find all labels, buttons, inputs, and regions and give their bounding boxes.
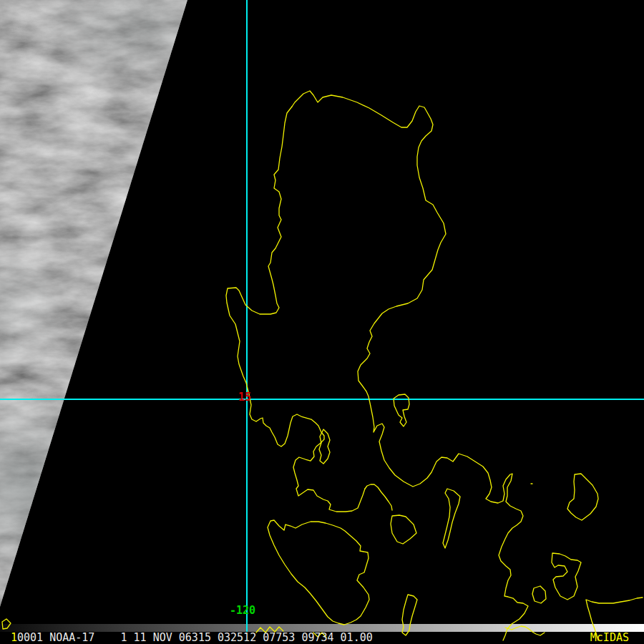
latitude-grid-line: [0, 399, 644, 400]
status-readout: 10001 NOAA-17 1 11 NOV 06315 032512 0775…: [11, 633, 373, 643]
longitude-value-label: -120: [230, 606, 255, 615]
mcidas-display[interactable]: 15 -120 10001 NOAA-17 1 11 NOV 06315 032…: [0, 0, 644, 644]
latitude-value-label: 15: [238, 393, 251, 402]
mcidas-brand-label: McIDAS: [590, 633, 629, 643]
status-info-text: 0001 NOAA-17 1 11 NOV 06315 032512 07753…: [17, 631, 373, 644]
frame-number: 1: [11, 631, 17, 644]
satellite-scene: [0, 0, 644, 644]
longitude-grid-line: [246, 0, 248, 632]
